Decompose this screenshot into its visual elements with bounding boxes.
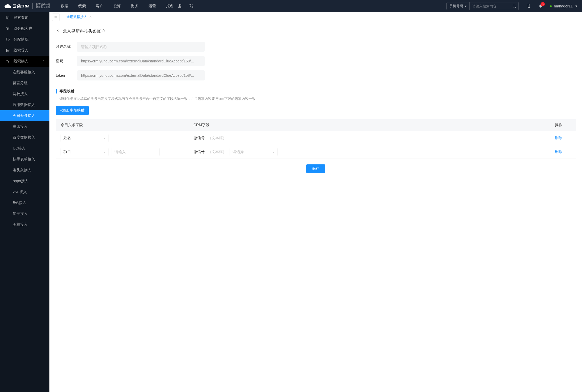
sidebar-sub-网校接入[interactable]: 网校接入 [0, 88, 49, 99]
caret-down-icon: ⌄ [103, 136, 106, 140]
plug-icon [6, 59, 10, 63]
crm-field-type: （文本框） [208, 136, 226, 140]
svg-point-0 [179, 4, 180, 6]
page-title: 北京昱新科技头条账户 [63, 29, 105, 34]
account-name-input[interactable] [77, 42, 205, 52]
sidebar-sub-趣头条接入[interactable]: 趣头条接入 [0, 165, 49, 176]
sidebar-sub-B站接入[interactable]: B站接入 [0, 197, 49, 208]
section-bar-icon [56, 89, 57, 93]
brand-sub: 教育机构一站 式服务云平台 [36, 3, 50, 9]
page-footer: 保存 [56, 159, 576, 178]
sidebar-sub-oppo接入[interactable]: oppo接入 [0, 176, 49, 186]
section-desc: 请确保您在此填写的头条自定义字段名称与在今日头条平台中自定义的字段名称一致，并且… [56, 96, 576, 101]
th-crm-field: CRM字段 [193, 123, 555, 127]
header-right: 5 manager11 ▼ [527, 4, 578, 9]
brand-divider [32, 3, 33, 9]
doc-icon [6, 16, 10, 20]
sidebar-sub-UC接入[interactable]: UC接入 [0, 143, 49, 154]
sidebar-item-线索查询[interactable]: 线索查询 [0, 12, 49, 23]
cloud-icon [4, 3, 11, 10]
brand-main: 云朵CRM [13, 4, 29, 9]
nav-线索[interactable]: 线索 [78, 4, 86, 8]
token-label: token [56, 73, 75, 78]
add-mapping-button[interactable]: +添加字段映射 [56, 106, 89, 115]
main-content: 通用数据接入 ✕ 北京昱新科技头条账户 账户名称 密钥 https: [49, 12, 582, 392]
secret-value[interactable]: https://crm.yunduocrm.com/externalData/s… [77, 56, 205, 66]
top-nav: 数据线索客户公海财务运营报名 [61, 4, 174, 8]
page-content: 北京昱新科技头条账户 账户名称 密钥 https://crm.yunduocrm… [49, 22, 582, 392]
table-header: 今日头条字段 CRM字段 操作 [56, 119, 576, 131]
app-header: 云朵CRM 教育机构一站 式服务云平台 数据线索客户公海财务运营报名 手机号码 … [0, 0, 582, 12]
svg-point-4 [529, 7, 529, 7]
sidebar-sub-美柚接入[interactable]: 美柚接入 [0, 219, 49, 230]
th-toutiao-field: 今日头条字段 [61, 123, 193, 127]
token-value[interactable]: https://crm.yunduocrm.com/externalData/s… [77, 70, 205, 80]
nav-客户[interactable]: 客户 [96, 4, 103, 8]
caret-down-icon: ⌄ [272, 150, 275, 154]
section-title: 字段映射 [60, 89, 74, 94]
sidebar-toggle[interactable] [52, 14, 60, 21]
search-button[interactable] [509, 4, 518, 8]
chart-icon [6, 37, 10, 41]
tt-field-input[interactable] [112, 148, 159, 156]
filter-icon [6, 27, 10, 31]
sidebar-item-分配情况[interactable]: 分配情况 [0, 34, 49, 45]
tt-field-select[interactable]: 项目⌄ [61, 148, 108, 156]
table-row: 姓名⌄微信号（文本框）删除 [56, 131, 576, 145]
crm-field-label: 微信号 [193, 136, 205, 140]
sidebar-sub-百度数据接入[interactable]: 百度数据接入 [0, 132, 49, 143]
sidebar-sub-今日头条接入[interactable]: 今日头条接入 [0, 110, 49, 121]
mapping-table: 今日头条字段 CRM字段 操作 姓名⌄微信号（文本框）删除项目⌄微信号（文本框）… [56, 119, 576, 159]
sidebar-sub-留言分组[interactable]: 留言分组 [0, 78, 49, 88]
delete-link[interactable]: 删除 [555, 150, 562, 154]
sidebar-item-待分配客户[interactable]: 待分配客户 [0, 23, 49, 34]
chevron-up-icon: ⌃ [42, 59, 45, 63]
sidebar-sub-通用数据接入[interactable]: 通用数据接入 [0, 99, 49, 110]
account-label: 账户名称 [56, 44, 75, 49]
sidebar-item-线索导入[interactable]: 线索导入 [0, 45, 49, 56]
save-button[interactable]: 保存 [306, 164, 325, 173]
header-search: 手机号码 ▾ [446, 2, 519, 10]
sidebar-sub-快手表单接入[interactable]: 快手表单接入 [0, 154, 49, 165]
mobile-icon[interactable] [527, 4, 531, 9]
back-button[interactable] [56, 29, 60, 34]
username: manager11 [554, 4, 573, 8]
search-type-select[interactable]: 手机号码 ▾ [447, 2, 470, 10]
sidebar-sub-知乎接入[interactable]: 知乎接入 [0, 208, 49, 219]
search-input[interactable] [470, 4, 509, 8]
user-add-icon[interactable] [177, 3, 182, 9]
sidebar-sub-在线客服接入[interactable]: 在线客服接入 [0, 67, 49, 78]
import-icon [6, 48, 10, 52]
sidebar-group-clue-access[interactable]: 线索接入 ⌃ [0, 56, 49, 67]
caret-down-icon: ⌄ [103, 150, 106, 154]
notifications[interactable]: 5 [538, 4, 543, 9]
secret-label: 密钥 [56, 59, 75, 63]
crm-field-type: （文本框） [208, 150, 226, 154]
tab-bar: 通用数据接入 ✕ [49, 12, 582, 22]
sidebar-sub-vivo接入[interactable]: vivo接入 [0, 186, 49, 197]
notification-badge: 5 [541, 2, 545, 6]
tab-generic-data-access[interactable]: 通用数据接入 ✕ [63, 12, 95, 22]
tt-field-select[interactable]: 姓名⌄ [61, 134, 108, 142]
delete-link[interactable]: 删除 [555, 136, 562, 140]
crm-field-label: 微信号 [193, 150, 205, 154]
svg-point-2 [513, 5, 515, 7]
status-dot-icon [550, 5, 552, 7]
nav-财务[interactable]: 财务 [131, 4, 138, 8]
nav-运营[interactable]: 运营 [149, 4, 156, 8]
user-menu[interactable]: manager11 ▼ [550, 4, 578, 8]
sidebar-sub-腾讯接入[interactable]: 腾讯接入 [0, 121, 49, 132]
nav-公海[interactable]: 公海 [113, 4, 121, 8]
logo[interactable]: 云朵CRM 教育机构一站 式服务云平台 [4, 3, 50, 10]
caret-down-icon: ▼ [575, 5, 578, 8]
th-action: 操作 [555, 123, 571, 127]
phone-icon[interactable] [189, 3, 194, 9]
crm-field-select[interactable]: 请选择⌄ [230, 148, 277, 156]
caret-down-icon: ▾ [465, 4, 467, 8]
sidebar: 线索查询待分配客户分配情况线索导入 线索接入 ⌃ 在线客服接入留言分组网校接入通… [0, 12, 49, 392]
header-icons [177, 3, 194, 9]
tab-close-icon[interactable]: ✕ [89, 15, 92, 19]
nav-报名[interactable]: 报名 [166, 4, 174, 8]
nav-数据[interactable]: 数据 [61, 4, 68, 8]
table-row: 项目⌄微信号（文本框）请选择⌄删除 [56, 145, 576, 159]
